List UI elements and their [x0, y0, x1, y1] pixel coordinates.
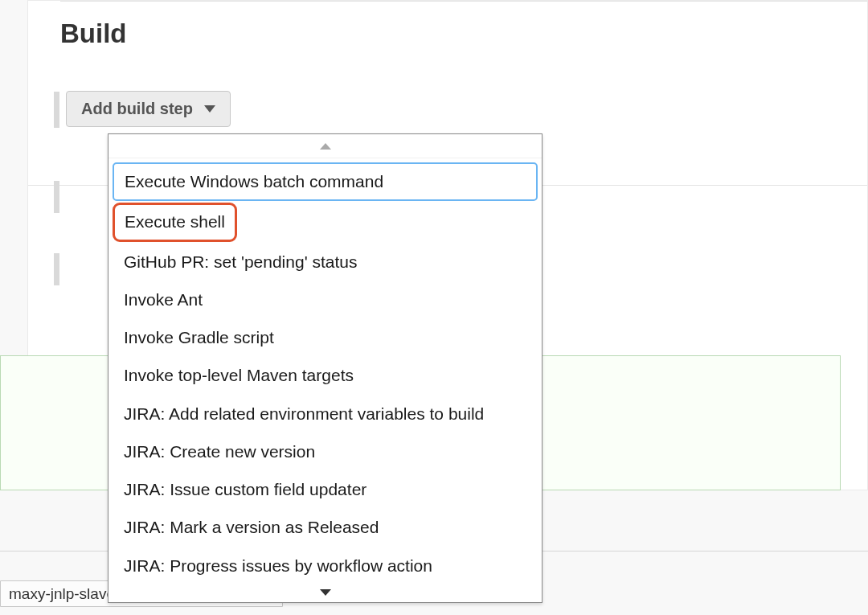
dropdown-item-jira-custom-field[interactable]: JIRA: Issue custom field updater	[113, 471, 538, 508]
drag-handle[interactable]	[54, 92, 59, 128]
dropdown-item-jira-env-vars[interactable]: JIRA: Add related environment variables …	[113, 396, 538, 433]
chevron-down-icon	[204, 105, 215, 113]
dropdown-scroll-up[interactable]	[108, 134, 542, 158]
chevron-up-icon	[320, 143, 331, 150]
add-build-step-label: Add build step	[81, 100, 193, 118]
drag-handle[interactable]	[54, 181, 59, 213]
dropdown-item-github-pr-pending[interactable]: GitHub PR: set 'pending' status	[113, 244, 538, 281]
dropdown-item-jira-progress-issues[interactable]: JIRA: Progress issues by workflow action	[113, 547, 538, 584]
dropdown-items: Execute Windows batch command Execute sh…	[108, 158, 542, 588]
dropdown-item-invoke-ant[interactable]: Invoke Ant	[113, 281, 538, 318]
add-build-step-button[interactable]: Add build step	[66, 91, 231, 127]
build-step-dropdown: Execute Windows batch command Execute sh…	[108, 133, 542, 603]
dropdown-scroll-down[interactable]	[108, 588, 542, 602]
dropdown-item-jira-mark-released[interactable]: JIRA: Mark a version as Released	[113, 509, 538, 546]
chevron-down-icon	[320, 589, 331, 596]
divider	[60, 1, 867, 2]
dropdown-item-invoke-maven[interactable]: Invoke top-level Maven targets	[113, 357, 538, 394]
drag-handle[interactable]	[54, 253, 59, 285]
dropdown-item-invoke-gradle[interactable]: Invoke Gradle script	[113, 319, 538, 356]
dropdown-item-execute-shell[interactable]: Execute shell	[113, 203, 237, 241]
section-title-build: Build	[60, 18, 867, 49]
dropdown-item-jira-create-version[interactable]: JIRA: Create new version	[113, 433, 538, 470]
dropdown-item-execute-windows-batch[interactable]: Execute Windows batch command	[113, 162, 538, 201]
